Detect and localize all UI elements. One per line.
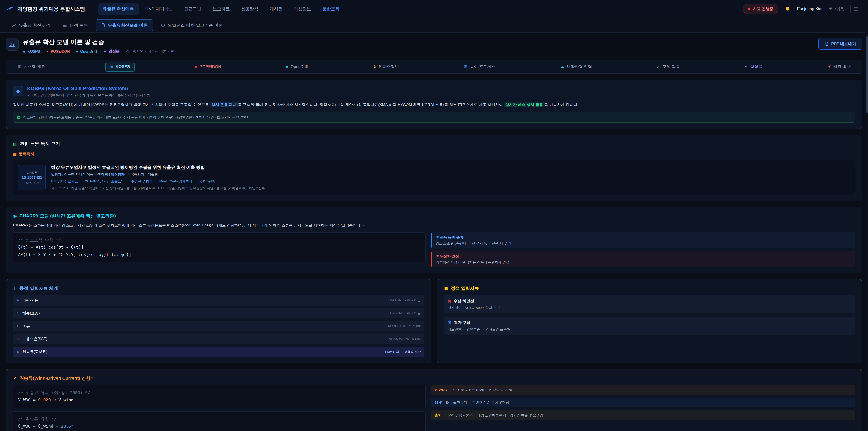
- wdc-title-row: ↗ 취송류(Wind-Driven Current) 경험식: [13, 375, 855, 381]
- layers-icon: ▨: [463, 65, 467, 69]
- papers-card-title-row: ▥ 관련 논문·특허 근거: [13, 141, 855, 147]
- wdc-notes: V_WDC : 표면 취송류 유속 (m/s) — 바람의 약 2.9% 18.…: [431, 385, 855, 420]
- nav-item-integrated-search[interactable]: 통합조회: [317, 3, 344, 15]
- incident-badge-label: 사고 진행중: [753, 6, 773, 11]
- papers-card-title: 관련 논문·특허 근거: [20, 141, 60, 147]
- red-dot-icon: [748, 8, 750, 10]
- nav-item-hns-dispersion[interactable]: HNS·대기확산: [141, 3, 178, 15]
- dynamic-input-card: ⇓ 동적 입력자료 체계 ≋바람·기온 KMA UM·~12km·2회/일 ∿해…: [6, 279, 431, 363]
- nav-item-aerial-search[interactable]: 항공탐색: [236, 3, 264, 15]
- wdc-direction-formula-block: /* 취송류 유향 */ θ_WDC = θ_wind + 18.6°: [13, 411, 426, 431]
- note-title: ② 위상차 일정: [436, 254, 851, 259]
- scrollbar-thumb[interactable]: [866, 36, 868, 113]
- code-comment: /* 변조조석 수식 */: [18, 237, 421, 244]
- circle-icon: ●: [195, 65, 197, 69]
- pdf-export-button[interactable]: PDF 내보내기: [818, 38, 862, 50]
- hamburger-icon: [853, 6, 858, 11]
- tab-bar: 유출유 확산분석 분석 목록 유출유확산모델 이론 오일펜스 배치 알고리즘 이…: [0, 18, 868, 33]
- section-nav-system-overview[interactable]: ▣ 시스템 개요: [13, 62, 50, 72]
- kosps-header-text: KOSPS (Korea Oil Spill Prediction System…: [27, 86, 150, 97]
- tab-analysis-list[interactable]: 분석 목록: [58, 20, 93, 31]
- user-name[interactable]: Eunjeong Kim: [797, 6, 822, 11]
- static-input-title: 정적 입력자료: [451, 285, 479, 291]
- app-brand[interactable]: 해양환경 위기대응 통합시스템: [7, 6, 85, 12]
- pill-label: 풍화 프로세스: [470, 64, 495, 69]
- bolt-icon: [103, 50, 107, 53]
- model-badge-row: ◆ KOSPS ● POSEIDON ● OpenDrift: [23, 49, 174, 54]
- tab-spill-model-theory[interactable]: 유출유확산모델 이론: [96, 20, 153, 31]
- patent-title: 해양 유류오염사고 발생시 효율적인 방제방안 수립을 위한 유출유 확산 예측…: [51, 164, 850, 171]
- section-nav-model-validation[interactable]: ✓ 모델 검증: [652, 62, 684, 72]
- row-value: NOAA AVHRR·~5.4km: [389, 337, 421, 341]
- note-title: ① 진폭 동비 증가: [436, 235, 851, 240]
- section-nav-kosps[interactable]: ◆ KOSPS: [105, 62, 135, 72]
- pill-label: 앙상블: [750, 64, 763, 69]
- patent-tag-weathering[interactable]: 풍화 5단계: [199, 179, 216, 184]
- code-comment: /* 취송류 유속 (이·강, 2000) */: [18, 389, 421, 396]
- static-input-card: ▣ 정적 입력자료 ◉수심·해안선 전자해도(ENC) → 500m 격자 보간…: [437, 279, 862, 363]
- note-desc: : 이문진·강용균(2000), 해양 표면취송류 라그랑지안 측류 및 모델링: [441, 413, 543, 417]
- badge-poseidon: ● POSEIDON: [46, 50, 70, 54]
- badge-label: POSEIDON: [51, 50, 70, 54]
- page-header: 유출유 확산 모델 이론 및 검증 ◆ KOSPS ● POSEIDON ● O…: [6, 38, 862, 54]
- static-item-bathymetry: ◉수심·해안선 전자해도(ENC) → 500m 격자 보간: [444, 295, 855, 313]
- registration-date: 2015.11.03: [25, 181, 39, 184]
- pill-label: 입자추적법: [379, 64, 399, 69]
- section-nav-marine-env-input[interactable]: ☁ 해양환경 입력: [555, 62, 596, 72]
- nav-item-reports[interactable]: 보고자료: [208, 3, 235, 15]
- nav-item-emergency-rescue[interactable]: 긴급구난: [179, 3, 206, 15]
- dynamic-row-sst: ♨표층수온(SST) NOAA AVHRR·~5.4km: [13, 334, 424, 344]
- section-nav-weathering-process[interactable]: ▨ 풍화 프로세스: [459, 62, 500, 72]
- section-nav-future-direction[interactable]: 발전 방향: [823, 62, 855, 72]
- modulated-tide-formula-block: /* 변조조석 수식 */ ζ(t) = A(t) cos[σt - θ(t)]…: [13, 232, 426, 263]
- patent-tag-wdc[interactable]: 취송류 경험식: [131, 179, 153, 184]
- row-label: 바람·기온: [22, 298, 39, 303]
- monitor-icon: ▣: [18, 65, 21, 69]
- nav-item-oil-spill-prediction[interactable]: 유출유 확산예측: [98, 3, 139, 15]
- patent-tag-montecarlo[interactable]: Monte Carlo 입자추적: [159, 179, 192, 184]
- wind-driven-current-card: ↗ 취송류(Wind-Driven Current) 경험식 /* 취송류 유속…: [6, 369, 862, 431]
- static-desc: 전자해도(ENC) → 500m 격자 보간: [448, 306, 851, 310]
- diamond-icon: ◆: [13, 86, 23, 96]
- section-nav-ensemble[interactable]: 앙상블: [740, 62, 767, 72]
- section-nav-poseidon[interactable]: ● POSEIDON: [190, 62, 225, 71]
- static-label: 수심·해안선: [454, 299, 474, 304]
- tab-oil-fence-theory[interactable]: 오일펜스 배치 알고리즘 이론: [156, 20, 228, 31]
- kosps-highlight-realtime: 실시간 예측 상시 활용: [504, 102, 544, 107]
- hamburger-menu-button[interactable]: [850, 4, 861, 14]
- incident-status-badge[interactable]: 사고 진행중: [743, 4, 778, 14]
- pill-label: 시스템 개요: [24, 64, 45, 69]
- scrollbar-track[interactable]: [865, 0, 868, 431]
- check-icon: ✓: [657, 65, 660, 69]
- badge-label: KOSPS: [27, 50, 40, 54]
- dynamic-row-wdc: ➤취송류(풍성류) KMA 바람 → 경험식 계산: [13, 347, 424, 357]
- patent-tag-esi[interactable]: ESI 방제정보지도: [51, 179, 78, 184]
- nav-item-weather[interactable]: 기상정보: [289, 3, 316, 15]
- section-nav-particle-tracking[interactable]: ◎ 입자추적법: [368, 62, 403, 72]
- patent-tag-row: ESI 방제정보지도 CHARRY 실시간 조류모델 취송류 경험식 Monte…: [51, 179, 850, 184]
- bell-icon[interactable]: [785, 6, 791, 12]
- note-term: 출처: [435, 413, 441, 417]
- row-value: KORDI 조화분석·500m: [388, 324, 421, 328]
- clipboard-icon: ▦: [13, 152, 17, 156]
- nav-item-board[interactable]: 게시판: [265, 3, 287, 15]
- formula-line-1: ζ(t) = A(t) cos[σt - θ(t)]: [18, 244, 421, 251]
- tab-spill-analysis[interactable]: 유출유 확산분석: [7, 20, 55, 31]
- pill-label: POSEIDON: [199, 64, 221, 69]
- charry-note-phase: ② 위상차 일정 기준점·격자점 간 위상차는 진폭에 무관하게 일정: [431, 251, 855, 267]
- note-term: 18.6°: [435, 400, 442, 404]
- patent-tag-charry[interactable]: CHARRY 실시간 조류모델: [85, 179, 124, 184]
- kosps-description: 김혜진·이문진·오세웅·강준묵(2011)이 개발한 KOSPS는 유류오염사고…: [13, 102, 855, 108]
- formula-text: θ_WDC = θ_wind +: [18, 424, 61, 429]
- circle-icon: ●: [46, 50, 49, 53]
- pill-label: OpenDrift: [290, 64, 308, 69]
- logout-button[interactable]: 로그아웃: [829, 6, 844, 11]
- pill-label: 해양환경 입력: [566, 64, 592, 69]
- section-nav-opendrift[interactable]: ● OpenDrift: [281, 62, 313, 71]
- bolt-icon: [744, 65, 748, 68]
- page-title: 유출유 확산 모델 이론 및 검증: [23, 38, 174, 46]
- formula-text: V_WDC =: [18, 398, 38, 402]
- charry-description: CHARRY는 조화분석에 의한 검조소 실시간 조위와 조석 수치모델링에 의…: [13, 222, 855, 228]
- inventor-names: : 이문진·김혜진·이승현·전태병: [61, 173, 108, 176]
- note-desc: : 표면 취송류 유속 (m/s) — 바람의 약 2.9%: [447, 388, 513, 392]
